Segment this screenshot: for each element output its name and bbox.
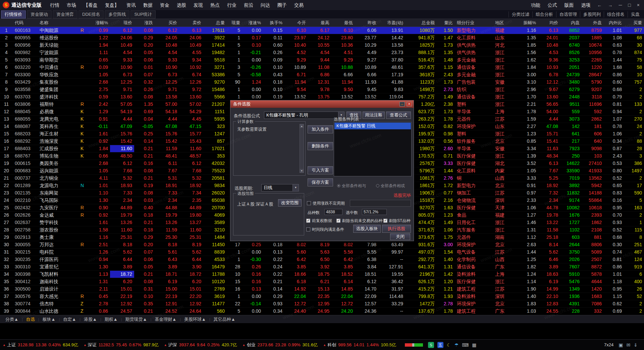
close-button[interactable]: × <box>634 0 643 10</box>
col-header-industry[interactable]: 细分行业 <box>455 19 493 27</box>
exclude-st-checkbox[interactable]: 剔除ST品种 <box>383 218 410 224</box>
col-header-chg[interactable]: 涨跌 <box>134 19 155 27</box>
menu-前沿[interactable]: 前沿 <box>240 0 257 10</box>
status-7x24-label[interactable]: 7x24 <box>604 342 613 347</box>
table-row[interactable]: 38300774倍杰特Z2.7812.920.3512.9112.9211477… <box>0 300 644 308</box>
table-row[interactable]: 5603093南华期货0.659.330.069.339.34551810.00… <box>0 56 644 64</box>
market-tab-分类▲[interactable]: 分类▲ <box>2 316 22 322</box>
col-header-cur[interactable]: 现量 <box>227 19 242 27</box>
save-plan-button[interactable]: 保存方案 <box>308 178 333 186</box>
import-plan-button[interactable]: 引入方案 <box>308 166 333 174</box>
close-button[interactable]: 关闭 <box>390 233 410 240</box>
maximize-button[interactable]: □ <box>625 0 634 10</box>
tool-分类过滤[interactable]: 分类过滤 <box>508 11 532 17</box>
col-header-name[interactable]: 名称 <box>38 19 78 27</box>
index-上证[interactable]: ▲上证3128.9813.380.43%634.9亿 <box>3 342 79 348</box>
market-tab-板块▲[interactable]: 板块▲ <box>39 316 59 322</box>
night-mode-icon[interactable]: ☾ <box>447 342 451 348</box>
col-header-price[interactable]: 现价 <box>110 19 134 27</box>
dialog-close-icon[interactable]: × <box>407 102 412 106</box>
tool-综合排名[interactable]: 综合排名 <box>604 11 628 17</box>
monitor-icon[interactable]: ▣ <box>619 342 623 348</box>
view-tab-SUP统计[interactable]: SUP统计 <box>130 10 156 18</box>
tool-组合分析[interactable]: 组合分析 <box>532 11 556 17</box>
tool-多股同列[interactable]: 多股同列 <box>580 11 604 17</box>
menu-选股[interactable]: 选股 <box>173 0 190 10</box>
col-header-prev[interactable]: 昨收 <box>355 19 378 27</box>
download-icon[interactable]: ⇓ <box>634 342 638 348</box>
index-科创[interactable]: ▲科创989.5614.011.44%100.5亿 <box>323 342 397 348</box>
scroll-down-icon[interactable]: ▼ <box>300 169 304 173</box>
table-row[interactable]: 30300055万邦达R2.518.180.208.188.1911450170… <box>0 241 644 249</box>
view-tab-行情报价[interactable]: 行情报价 <box>1 10 26 18</box>
dialog-title-bar[interactable]: 条件选股 ─ × <box>230 100 414 108</box>
delete-condition-button[interactable]: 删除条件 <box>308 142 333 150</box>
change-range-button[interactable]: 改变范围 <box>278 199 302 207</box>
formula-select[interactable]: K包赚不赔预警 - 孔明 ▼ <box>264 112 344 119</box>
menu-交易[interactable]: 交易 <box>290 0 307 10</box>
nav-forward-button[interactable]: → <box>605 0 615 10</box>
table-row[interactable]: 33300310宜通世纪1.303.890.053.893.9016479280… <box>0 263 644 271</box>
time-range-checkbox[interactable]: 时间段内满足条件 <box>306 227 344 232</box>
table-row[interactable]: 32300235仟源医药0.946.440.066.436.4445331-0.… <box>0 256 644 263</box>
tdx-mini-logo-icon[interactable]: S <box>428 342 434 348</box>
menu-公式[interactable]: 公式 <box>544 0 560 10</box>
col-header-outer[interactable]: 外盘 <box>582 19 604 27</box>
col-header-turn[interactable]: 换手% <box>263 19 284 27</box>
table-row[interactable]: 1600163中闽能源R0.996.120.066.126.131761150.… <box>0 27 644 34</box>
table-row[interactable]: 9603558健盛集团2.759.710.269.719.721548610.0… <box>0 86 644 93</box>
table-row[interactable]: 6603220中贝通信R0.0910.900.0110.9010.9232713… <box>0 64 644 71</box>
menu-发现[interactable]: 发现 <box>190 0 207 10</box>
col-header-vol[interactable]: 总量 <box>203 19 227 27</box>
weather-icon[interactable]: ☂ <box>454 342 459 348</box>
col-header-buy[interactable]: 买价 <box>155 19 179 27</box>
add-to-block-button[interactable]: 选股入板块 <box>353 225 381 233</box>
dialog-minimize-icon[interactable]: ─ <box>399 102 405 106</box>
menu-圈子[interactable]: 圈子 <box>274 0 290 10</box>
market-tab-其它品种▲[interactable]: 其它品种▲ <box>210 316 239 322</box>
menu-【看盘[interactable]: 【看盘 <box>80 0 101 10</box>
params-scrollbar[interactable]: ▲ ▼ <box>300 124 304 173</box>
table-row[interactable]: 34300398飞凯材料1.1318.720.2118.7118.7211788… <box>0 271 644 278</box>
view-formula-button[interactable]: 查看公式 <box>386 112 411 119</box>
market-tab-自定▲[interactable]: 自定▲ <box>60 316 79 322</box>
col-header-inner[interactable]: 内盘 <box>560 19 582 27</box>
nav-back-button[interactable]: ← <box>594 0 605 10</box>
index-深证[interactable]: ▲深证11282.575.450.67%987.9亿 <box>84 342 159 348</box>
usage-note-button[interactable]: 用法注释 <box>363 112 385 119</box>
market-tab-美股环球▲[interactable]: 美股环球▲ <box>181 316 209 322</box>
col-header-lb[interactable]: 量比 <box>437 19 455 27</box>
add-condition-button[interactable]: 加入条件 <box>308 125 333 133</box>
table-row[interactable]: 7603300华铁应急1.056.730.076.736.74533865-0.… <box>0 71 644 79</box>
table-row[interactable]: 10603703盛洋科技0.5913.600.0813.5813.6055661… <box>0 93 644 101</box>
menu-行业[interactable]: 行业 <box>223 0 240 10</box>
col-header-speed[interactable]: 涨速% <box>242 19 263 27</box>
table-row[interactable]: 36300500启迪设计2.1115.010.3115.0015.0127691… <box>0 286 644 293</box>
period-select[interactable]: 日线 ▼ <box>261 184 299 191</box>
table-row[interactable]: 31300215电科院1.265.620.075.615.62883910.00… <box>0 249 644 256</box>
view-tab-多空阵线[interactable]: 多空阵线 <box>105 10 129 18</box>
table-row[interactable]: 37300576容大感光R0.4522.190.1022.1922.203619… <box>0 293 644 300</box>
tool-实盘[interactable]: 实盘 <box>628 11 643 17</box>
view-tab-资金驱动[interactable]: 资金驱动 <box>27 10 52 18</box>
index-创业[interactable]: ▲创业2373.6623.280.99%301.6亿 <box>242 342 318 348</box>
table-row[interactable]: 3600956新天绿能1.9410.490.2010.4810.49174145… <box>0 42 644 49</box>
col-header-tag[interactable] <box>78 19 87 27</box>
col-header-sell[interactable]: 卖价 <box>179 19 203 27</box>
scroll-up-icon[interactable]: ▲ <box>300 124 304 128</box>
market-tab-基金理财▲[interactable]: 基金理财▲ <box>151 316 180 322</box>
menu-版面[interactable]: 版面 <box>560 0 577 10</box>
index-沪深[interactable]: ▲沪深3937.649.640.25%420.7亿 <box>164 342 238 348</box>
chevron-down-icon[interactable]: ▼ <box>292 184 299 191</box>
menu-功能[interactable]: 功能 <box>527 0 544 10</box>
use-period-checkbox[interactable]: 使用涨跌不定周期 <box>307 201 345 206</box>
market-tab-自选[interactable]: 自选 <box>23 316 38 322</box>
menu-问达[interactable]: 问达 <box>257 0 274 10</box>
col-header-bid[interactable]: 买量 <box>624 19 644 27</box>
col-header-pe[interactable]: 市盈(动) <box>378 19 405 27</box>
menu-选项[interactable]: 选项 <box>577 0 594 10</box>
condition-list-item[interactable]: K包赚不赔预警 日线 <box>334 123 411 129</box>
market-tab-期货现货▲[interactable]: 期货现货▲ <box>122 316 151 322</box>
menu-热点[interactable]: 热点 <box>207 0 223 10</box>
apps-grid-icon[interactable]: ▦ <box>472 342 476 348</box>
